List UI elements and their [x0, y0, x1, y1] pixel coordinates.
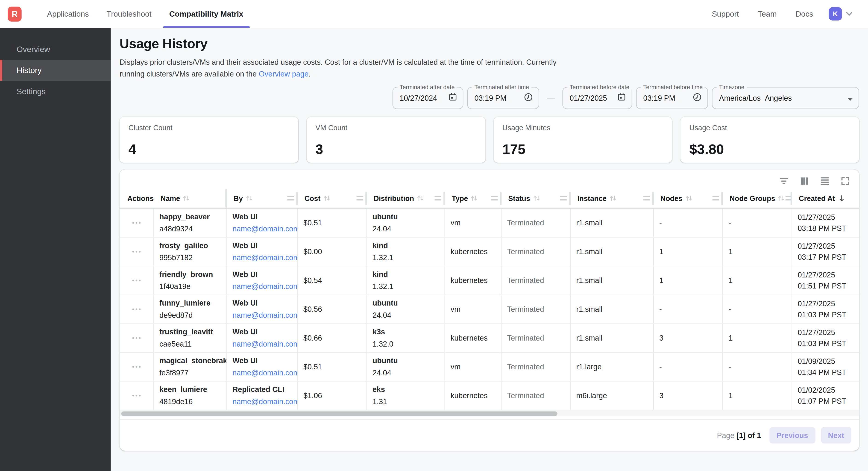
horizontal-scrollbar[interactable]: [120, 410, 859, 416]
replicated-logo[interactable]: R: [8, 6, 22, 22]
chevron-down-icon[interactable]: [845, 9, 854, 18]
table-row: keen_lumiere4819de16 Replicated CLIname@…: [120, 381, 859, 410]
row-actions-button[interactable]: [120, 238, 154, 266]
scrollbar-thumb[interactable]: [121, 411, 557, 415]
next-page-button[interactable]: Next: [821, 427, 851, 444]
column-drag-handle-icon[interactable]: [287, 196, 294, 201]
cell-type: kubernetes: [445, 382, 501, 410]
stat-label: Cluster Count: [128, 123, 289, 132]
field-label: Terminated after date: [397, 84, 457, 90]
timezone-select[interactable]: Timezone America/Los_Angeles: [712, 87, 859, 109]
terminated-after-date-field[interactable]: Terminated after date 10/27/2024: [393, 87, 464, 109]
calendar-icon[interactable]: [448, 92, 457, 104]
cell-email-link[interactable]: name@domain.com: [232, 340, 292, 348]
columns-icon[interactable]: [799, 176, 809, 186]
cell-type: vm: [445, 295, 501, 324]
ellipsis-icon: [132, 366, 141, 368]
nav-item-compatibility-matrix[interactable]: Compatibility Matrix: [160, 0, 252, 28]
column-separator[interactable]: [225, 189, 227, 208]
column-header-by[interactable]: By: [227, 189, 298, 208]
density-icon[interactable]: [820, 176, 830, 186]
column-separator[interactable]: [365, 192, 367, 205]
calendar-icon[interactable]: [617, 92, 626, 104]
cell-cost: $1.06: [298, 382, 367, 410]
stat-card-usage-cost: Usage Cost $3.80: [681, 117, 859, 163]
row-actions-button[interactable]: [120, 353, 154, 381]
row-actions-button[interactable]: [120, 324, 154, 352]
column-header-created-at[interactable]: Created At: [792, 189, 859, 208]
filter-icon[interactable]: [779, 176, 789, 186]
primary-nav: Applications Troubleshoot Compatibility …: [38, 0, 252, 28]
cell-email-link[interactable]: name@domain.com: [232, 398, 292, 406]
column-header-cost[interactable]: Cost: [298, 189, 367, 208]
cell-nodes: 3: [654, 382, 723, 410]
secondary-nav: Support Team Docs K: [702, 0, 854, 28]
cell-email-link[interactable]: name@domain.com: [232, 283, 292, 291]
cell-type: kubernetes: [445, 266, 501, 295]
cell-cost: $0.56: [298, 295, 367, 324]
column-header-type[interactable]: Type: [445, 189, 501, 208]
cell-email-link[interactable]: name@domain.com: [232, 225, 292, 233]
sidebar: Overview History Settings: [0, 28, 111, 471]
row-actions-button[interactable]: [120, 266, 154, 295]
sidebar-item-overview[interactable]: Overview: [0, 39, 111, 60]
column-separator[interactable]: [296, 192, 298, 205]
clock-icon[interactable]: [692, 92, 702, 104]
cell-email-link[interactable]: name@domain.com: [232, 254, 292, 262]
main-content: Usage History Displays prior clusters/VM…: [111, 28, 868, 471]
sidebar-item-settings[interactable]: Settings: [0, 81, 111, 102]
cell-instance: r1.large: [571, 353, 654, 381]
column-header-name[interactable]: Name: [154, 189, 227, 208]
column-separator[interactable]: [790, 192, 792, 205]
cell-status: Terminated: [501, 353, 570, 381]
ellipsis-icon: [132, 308, 141, 310]
column-label: By: [234, 194, 243, 202]
column-drag-handle-icon[interactable]: [356, 196, 363, 201]
column-header-distribution[interactable]: Distribution: [367, 189, 445, 208]
row-actions-button[interactable]: [120, 382, 154, 410]
fullscreen-icon[interactable]: [840, 176, 850, 186]
cell-name: happy_beaver: [159, 213, 221, 221]
cell-email-link[interactable]: name@domain.com: [232, 311, 292, 320]
cell-email-link[interactable]: name@domain.com: [232, 369, 292, 377]
column-drag-handle-icon[interactable]: [434, 196, 441, 201]
terminated-before-time-field[interactable]: Terminated before time 03:19 PM: [636, 87, 708, 109]
field-value: 10/27/2024: [400, 94, 448, 102]
stat-value: $3.80: [689, 141, 850, 157]
clock-icon[interactable]: [524, 92, 533, 104]
row-actions-button[interactable]: [120, 209, 154, 237]
avatar[interactable]: K: [829, 7, 842, 21]
description-text: Displays prior clusters/VMs and their as…: [120, 58, 557, 78]
column-drag-handle-icon[interactable]: [560, 196, 567, 201]
top-bar: R Applications Troubleshoot Compatibilit…: [0, 0, 868, 28]
cell-cost: $0.66: [298, 324, 367, 352]
column-separator[interactable]: [500, 192, 501, 205]
cell-created-at: 01/09/202501:34 PM PST: [792, 353, 859, 381]
column-header-status[interactable]: Status: [501, 189, 570, 208]
column-drag-handle-icon[interactable]: [643, 196, 650, 201]
column-header-node-groups[interactable]: Node Groups: [723, 189, 792, 208]
nav-item-docs[interactable]: Docs: [786, 9, 823, 18]
sidebar-item-history[interactable]: History: [0, 60, 111, 81]
terminated-before-date-field[interactable]: Terminated before date 01/27/2025: [562, 87, 632, 109]
nav-item-applications[interactable]: Applications: [38, 0, 98, 28]
caret-down-icon[interactable]: [847, 93, 853, 103]
overview-page-link[interactable]: Overview page: [259, 70, 308, 78]
column-drag-handle-icon[interactable]: [491, 196, 498, 201]
row-actions-button[interactable]: [120, 295, 154, 324]
column-header-instance[interactable]: Instance: [571, 189, 654, 208]
column-separator[interactable]: [443, 192, 445, 205]
terminated-after-time-field[interactable]: Terminated after time 03:19 PM: [467, 87, 539, 109]
nav-item-troubleshoot[interactable]: Troubleshoot: [98, 0, 160, 28]
cell-version: 1.31: [372, 398, 439, 406]
column-label: Actions: [127, 194, 154, 202]
column-header-nodes[interactable]: Nodes: [654, 189, 723, 208]
table-row: frosty_galileo995b7182 Web UIname@domain…: [120, 237, 859, 266]
nav-item-support[interactable]: Support: [702, 9, 748, 18]
previous-page-button[interactable]: Previous: [769, 427, 815, 444]
column-drag-handle-icon[interactable]: [713, 196, 719, 201]
column-separator[interactable]: [569, 192, 570, 205]
column-separator[interactable]: [652, 192, 654, 205]
nav-item-team[interactable]: Team: [748, 9, 786, 18]
column-separator[interactable]: [721, 192, 723, 205]
